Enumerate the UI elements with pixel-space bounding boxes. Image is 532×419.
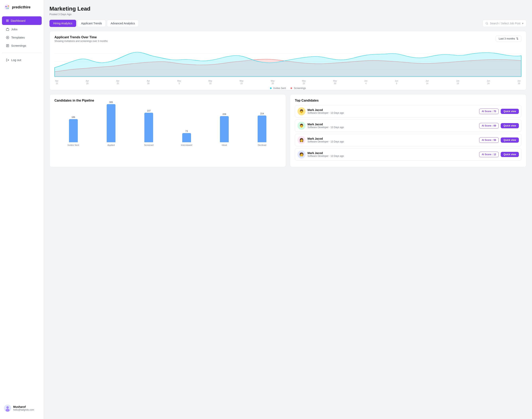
bar-label: Screened (144, 144, 153, 146)
x-label: Apr25 (116, 80, 119, 85)
x-label: May5 (177, 80, 181, 85)
user-name: Musharof (13, 405, 34, 408)
svg-line-20 (487, 24, 488, 25)
tab-hiring[interactable]: Hiring Analytics (50, 20, 76, 27)
templates-icon (6, 36, 9, 39)
bar-value: 209 (223, 113, 226, 115)
ai-score-button-2[interactable]: AI Score : 56 (479, 137, 499, 143)
main-content: Marketing Lead Posted 3 Days Ago Hiring … (44, 0, 532, 419)
page-subtitle: Posted 3 Days Ago (50, 13, 526, 16)
tabs: Hiring Analytics Applicant Trends Advanc… (50, 20, 139, 27)
bottom-row: Candidates in the Pipeline 186 Invites S… (50, 94, 526, 171)
bar-rect (144, 113, 153, 142)
bar-value: 305 (109, 101, 113, 103)
sidebar-item-templates[interactable]: Templates (2, 34, 42, 41)
x-label: Jun9 (395, 80, 398, 85)
user-profile: Musharof hello@tailgrids.com (0, 401, 44, 415)
quick-view-button-2[interactable]: Quick view (501, 137, 519, 143)
chevron-down-icon: ▾ (522, 22, 523, 25)
svg-point-18 (6, 409, 10, 412)
logo-icon (4, 4, 10, 10)
bar-rect (69, 119, 78, 142)
time-filter-button[interactable]: Last 3 months ⇅ (496, 36, 521, 42)
sidebar-item-label: Jobs (11, 27, 18, 31)
svg-point-9 (6, 36, 9, 39)
x-label: Jun24 (487, 80, 490, 85)
candidate-info-3: Mark Jacod Software Developer · 13 Days … (307, 151, 477, 157)
chart-x-labels: Apr15 Apr20 Apr25 Apr30 May5 May10 May15… (54, 79, 521, 85)
bar-label: Interviewed (181, 144, 192, 146)
candidate-info-1: Mark Jacod Software Developer · 13 Days … (307, 123, 477, 129)
sidebar-item-dashboard[interactable]: ⊞ Dashboard (2, 16, 42, 25)
top-candidates-card: Top Candidates 👨 Mark Jacod Software Dev… (290, 94, 526, 167)
bar-interviewed: 73 Interviewed (168, 130, 205, 146)
legend-screenings-label: Screenings (294, 87, 306, 90)
bar-invites-sent: 186 Invites Sent (54, 116, 92, 146)
trend-chart-subtitle: Showing invitations and screenings over … (54, 40, 108, 42)
sidebar-item-label: Screenings (11, 44, 26, 47)
sidebar-item-jobs[interactable]: Jobs (2, 25, 42, 33)
tab-advanced[interactable]: Advanced Analytics (107, 20, 139, 27)
candidate-name: Mark Jacod (307, 108, 477, 112)
candidate-item: 🧑 Mark Jacod Software Developer · 13 Day… (295, 148, 521, 161)
chart-legend: Invites Sent Screenings (54, 87, 521, 90)
logo-text: predicthire (12, 5, 30, 9)
screenings-icon (6, 44, 9, 47)
bar-chart-area: 186 Invites Sent 305 Applied 237 Screene… (54, 106, 281, 146)
quick-view-button-3[interactable]: Quick view (501, 152, 519, 157)
trend-chart-svg (54, 46, 521, 78)
bar-hired: 209 Hired (205, 113, 243, 146)
role-text: Software Developer (307, 140, 329, 143)
bar-rect (182, 133, 191, 142)
svg-point-0 (4, 4, 10, 10)
sidebar-item-logout[interactable]: Log out (2, 56, 42, 64)
bar-declined: 214 Declined (243, 112, 281, 146)
candidate-name: Mark Jacod (307, 151, 477, 155)
trend-chart-area: Apr15 Apr20 Apr25 Apr30 May5 May10 May15… (54, 46, 521, 86)
x-label: Jun14 (426, 80, 429, 85)
bar-value: 73 (185, 130, 188, 132)
search-job-post[interactable]: Search / Select Job Post ▾ (482, 20, 526, 27)
role-time: 13 Days ago (330, 140, 344, 143)
x-label: Apr20 (86, 80, 89, 85)
quick-view-button-1[interactable]: Quick view (501, 123, 519, 128)
candidate-role: Software Developer · 13 Days ago (307, 126, 477, 129)
user-info: Musharof hello@tailgrids.com (13, 405, 34, 411)
top-row: Hiring Analytics Applicant Trends Advanc… (50, 20, 526, 27)
role-time: 13 Days ago (330, 126, 344, 129)
sidebar-item-label: Templates (11, 36, 25, 39)
ai-score-button-3[interactable]: AI Score : 12 (479, 152, 499, 157)
x-label: May30 (333, 80, 337, 85)
avatar-2: 👩 (298, 136, 305, 144)
page-header: Marketing Lead Posted 3 Days Ago (50, 6, 526, 16)
search-icon (485, 22, 488, 25)
time-filter-label: Last 3 months (499, 37, 515, 40)
candidate-item: 👨 Mark Jacod Software Developer · 13 Day… (295, 105, 521, 118)
card-header: Applicant Trends Over Time Showing invit… (54, 36, 521, 42)
legend-invites: Invites Sent (270, 87, 286, 90)
bar-value: 237 (147, 110, 151, 112)
user-email: hello@tailgrids.com (13, 408, 34, 411)
quick-view-button-0[interactable]: Quick view (501, 109, 519, 114)
pipeline-card: Candidates in the Pipeline 186 Invites S… (50, 94, 286, 167)
role-text: Software Developer (307, 126, 329, 129)
top-candidates-title: Top Candidates (295, 99, 521, 102)
x-label: May10 (208, 80, 212, 85)
bar-rect (107, 104, 115, 142)
candidate-item: 👩 Mark Jacod Software Developer · 13 Day… (295, 134, 521, 146)
tab-applicant[interactable]: Applicant Trends (77, 20, 106, 27)
candidate-info-2: Mark Jacod Software Developer · 13 Days … (307, 137, 477, 143)
bar-rect (258, 116, 266, 142)
dashboard-icon: ⊞ (6, 19, 9, 23)
sidebar-item-screenings[interactable]: Screenings (2, 42, 42, 50)
ai-score-button-1[interactable]: AI Score : 69 (479, 123, 499, 129)
x-label: May25 (302, 80, 306, 85)
trend-chart-card: Applicant Trends Over Time Showing invit… (50, 31, 526, 90)
logout-icon (6, 58, 9, 62)
candidate-info-0: Mark Jacod Software Developer · 13 Days … (307, 108, 477, 114)
pipeline-title: Candidates in the Pipeline (54, 99, 281, 102)
bar-value: 186 (71, 116, 75, 118)
svg-point-17 (6, 406, 9, 409)
x-label: Jun4 (364, 80, 367, 85)
ai-score-button-0[interactable]: AI Score : 70 (479, 108, 499, 114)
